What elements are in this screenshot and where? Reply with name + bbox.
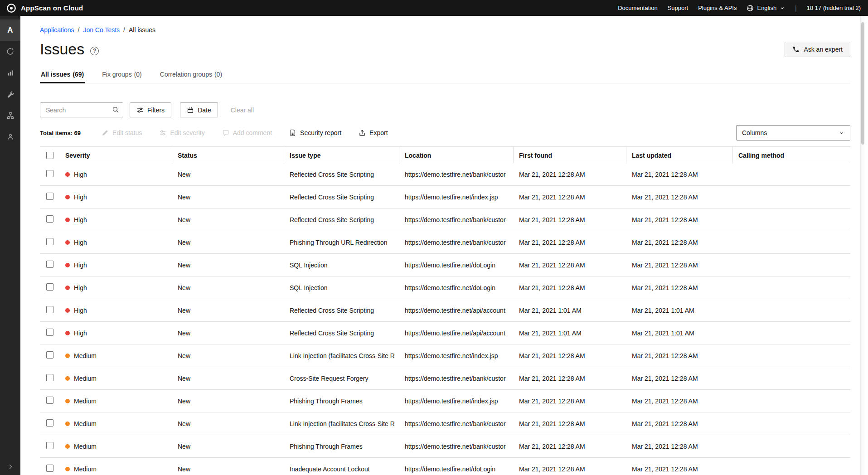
- row-checkbox[interactable]: [46, 351, 53, 359]
- nav-plugins-apis[interactable]: Plugins & APIs: [698, 5, 737, 11]
- row-checkbox[interactable]: [46, 193, 53, 200]
- help-icon[interactable]: ?: [90, 47, 99, 55]
- first-found-cell: Mar 21, 2021 12:28 AM: [514, 352, 626, 359]
- scrollbar[interactable]: [860, 16, 864, 475]
- ask-expert-button[interactable]: Ask an expert: [785, 42, 850, 57]
- search-input[interactable]: [40, 102, 123, 117]
- appscan-logo-icon: [6, 3, 16, 13]
- issue-type-cell: Link Injection (facilitates Cross-Site R: [284, 420, 399, 427]
- security-report-label: Security report: [300, 129, 341, 136]
- tab-fix-groups[interactable]: Fix groups (0): [101, 71, 142, 83]
- sidebar-expand-button[interactable]: [0, 460, 20, 473]
- tab-count: (0): [134, 71, 142, 78]
- sidebar-item-reports[interactable]: [0, 62, 20, 83]
- row-checkbox[interactable]: [46, 170, 53, 177]
- severity-dot: [65, 286, 70, 290]
- table-body: High New Reflected Cross Site Scripting …: [40, 163, 850, 475]
- date-button[interactable]: Date: [180, 102, 218, 117]
- header-right: Documentation Support Plugins & APIs Eng…: [618, 5, 868, 12]
- row-checkbox[interactable]: [46, 419, 53, 427]
- table-row[interactable]: High New Reflected Cross Site Scripting …: [40, 299, 850, 322]
- table-row[interactable]: High New Reflected Cross Site Scripting …: [40, 163, 850, 186]
- select-all-checkbox[interactable]: [46, 152, 53, 159]
- column-header-severity[interactable]: Severity: [60, 147, 172, 164]
- location-cell: https://demo.testfire.net/bank/custor: [399, 443, 514, 450]
- first-found-cell: Mar 21, 2021 12:28 AM: [514, 216, 626, 223]
- edit-severity-button[interactable]: Edit severity: [159, 129, 204, 136]
- table-row[interactable]: High New Reflected Cross Site Scripting …: [40, 186, 850, 208]
- issue-type-cell: Reflected Cross Site Scripting: [284, 194, 399, 201]
- location-cell: https://demo.testfire.net/doLogin: [399, 465, 514, 473]
- breadcrumb-all-issues: All issues: [129, 26, 155, 34]
- severity-cell: Medium: [60, 465, 172, 473]
- breadcrumb-jon-co-tests[interactable]: Jon Co Tests: [83, 26, 120, 34]
- issue-type-cell: Inadequate Account Lockout: [284, 465, 399, 473]
- column-header-first-found[interactable]: First found: [514, 147, 626, 164]
- column-header-status[interactable]: Status: [172, 147, 284, 164]
- clear-all-button[interactable]: Clear all: [231, 107, 254, 114]
- row-checkbox[interactable]: [46, 238, 53, 245]
- severity-label: High: [74, 194, 87, 201]
- sidebar-item-tools[interactable]: [0, 83, 20, 105]
- severity-dot: [65, 308, 70, 313]
- table-row[interactable]: Medium New Phishing Through Frames https…: [40, 390, 850, 412]
- table-row[interactable]: Medium New Inadequate Account Lockout ht…: [40, 458, 850, 475]
- sidebar-item-scans[interactable]: [0, 41, 20, 62]
- language-selector[interactable]: English: [747, 5, 785, 12]
- column-header-location[interactable]: Location: [399, 147, 514, 164]
- table-row[interactable]: High New Reflected Cross Site Scripting …: [40, 208, 850, 231]
- row-checkbox[interactable]: [46, 374, 53, 381]
- add-comment-label: Add comment: [233, 129, 272, 136]
- sidebar-item-applications[interactable]: A: [0, 19, 20, 41]
- row-checkbox[interactable]: [46, 442, 53, 449]
- severity-dot: [65, 444, 70, 449]
- severity-cell: Medium: [60, 397, 172, 405]
- export-button[interactable]: Export: [359, 129, 388, 136]
- table-row[interactable]: Medium New Phishing Through Frames https…: [40, 435, 850, 458]
- columns-dropdown[interactable]: Columns: [736, 125, 850, 141]
- row-checkbox[interactable]: [46, 261, 53, 268]
- status-cell: New: [172, 375, 284, 382]
- tab-correlation-groups[interactable]: Correlation groups (0): [159, 71, 223, 83]
- severity-dot: [65, 195, 70, 199]
- table-row[interactable]: High New SQL Injection https://demo.test…: [40, 276, 850, 299]
- nav-support[interactable]: Support: [668, 5, 689, 11]
- sidebar-item-profile[interactable]: [0, 126, 20, 147]
- row-checkbox[interactable]: [46, 397, 53, 404]
- column-header-calling-method[interactable]: Calling method: [733, 147, 850, 164]
- table-row[interactable]: Medium New Link Injection (facilitates C…: [40, 344, 850, 367]
- scrollbar-thumb[interactable]: [861, 22, 864, 145]
- severity-cell: High: [60, 239, 172, 246]
- row-checkbox[interactable]: [46, 306, 53, 313]
- table-row[interactable]: High New Reflected Cross Site Scripting …: [40, 322, 850, 344]
- table-row[interactable]: Medium New Link Injection (facilitates C…: [40, 412, 850, 435]
- account-info[interactable]: 18 17 (hidden trial 2): [807, 5, 861, 11]
- column-header-last-updated[interactable]: Last updated: [626, 147, 733, 164]
- status-cell: New: [172, 443, 284, 450]
- nav-documentation[interactable]: Documentation: [618, 5, 657, 11]
- table-row[interactable]: High New Phishing Through URL Redirectio…: [40, 231, 850, 254]
- first-found-cell: Mar 21, 2021 12:28 AM: [514, 443, 626, 450]
- add-comment-button[interactable]: Add comment: [222, 129, 272, 136]
- action-row: Total items: 69 Edit status: [40, 125, 850, 141]
- severity-cell: High: [60, 194, 172, 201]
- sidebar-item-organization[interactable]: [0, 105, 20, 126]
- table-row[interactable]: High New SQL Injection https://demo.test…: [40, 254, 850, 276]
- last-updated-cell: Mar 21, 2021 12:28 AM: [626, 239, 733, 246]
- row-checkbox[interactable]: [46, 329, 53, 336]
- table-row[interactable]: Medium New Cross-Site Request Forgery ht…: [40, 367, 850, 390]
- filters-button[interactable]: Filters: [130, 102, 171, 117]
- first-found-cell: Mar 21, 2021 12:28 AM: [514, 194, 626, 201]
- row-checkbox[interactable]: [46, 283, 53, 291]
- last-updated-cell: Mar 21, 2021 12:28 AM: [626, 375, 733, 382]
- tab-label: All issues: [41, 71, 70, 78]
- chevron-down-icon: [780, 5, 785, 11]
- security-report-button[interactable]: Security report: [289, 129, 341, 136]
- row-checkbox[interactable]: [46, 465, 53, 472]
- tab-all-issues[interactable]: All issues (69): [40, 71, 85, 83]
- tab-label: Fix groups: [102, 71, 131, 78]
- row-checkbox[interactable]: [46, 215, 53, 223]
- column-header-issue-type[interactable]: Issue type: [284, 147, 399, 164]
- breadcrumb-applications[interactable]: Applications: [40, 26, 74, 34]
- edit-status-button[interactable]: Edit status: [102, 129, 142, 136]
